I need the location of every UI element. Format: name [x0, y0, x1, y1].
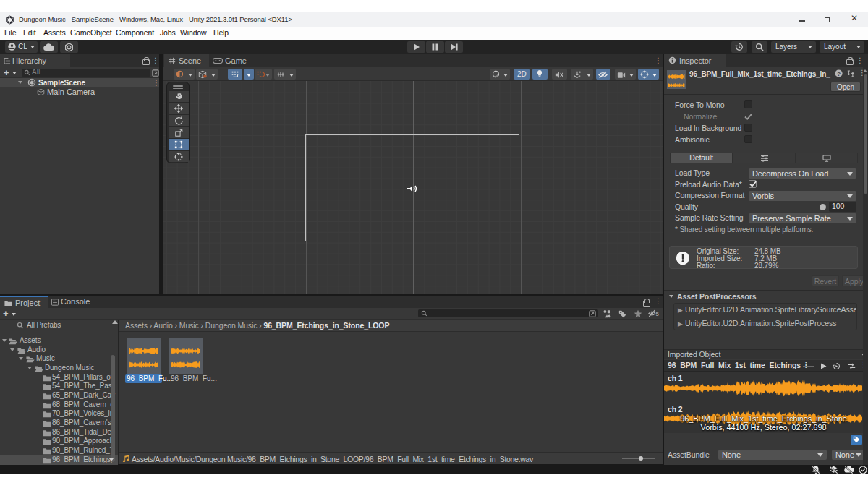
svg-text:?: ? [837, 71, 841, 77]
svg-text:5: 5 [656, 311, 659, 317]
